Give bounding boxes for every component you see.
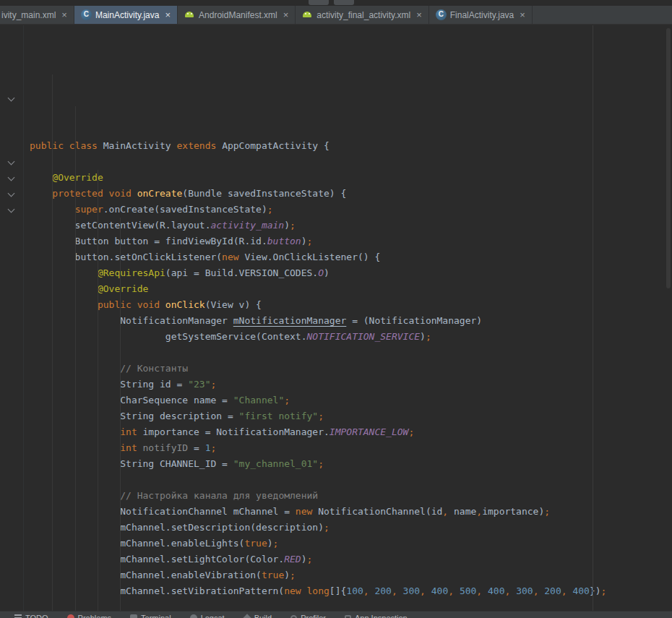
code-token: // Настройка канала для уведомлений: [120, 490, 318, 501]
code-token: [30, 267, 98, 278]
tool-window-button-profiler[interactable]: Profiler: [290, 614, 326, 618]
code-token: NOTIFICATION_SERVICE: [307, 331, 421, 342]
tool-window-bar: TODO Problems Terminal Logcat Build Prof…: [0, 611, 672, 618]
code-token: AppCompatActivity {: [222, 140, 329, 151]
code-token: ;: [284, 395, 290, 405]
tab-androidmanifest-xml[interactable]: AndroidManifest.xml ×: [178, 6, 296, 24]
tool-window-button-terminal[interactable]: Terminal: [130, 614, 171, 618]
code-token: true: [262, 570, 284, 580]
indent-guide: [75, 106, 76, 612]
code-line[interactable]: mChannel.setDescription(description);: [30, 520, 672, 536]
code-token: notifyID: [143, 442, 189, 453]
code-token: ,: [533, 585, 545, 596]
toolbar-widget[interactable]: [334, 0, 354, 5]
code-token: 200: [544, 585, 561, 596]
build-icon: [243, 614, 251, 618]
tab-close-icon[interactable]: ×: [165, 10, 171, 20]
code-token: activity_main: [210, 220, 284, 231]
code-line[interactable]: super.onCreate(savedInstanceState);: [30, 202, 672, 218]
fold-marker-icon[interactable]: [8, 174, 15, 181]
fold-marker-icon[interactable]: [8, 206, 15, 213]
code-token: RED: [284, 554, 301, 565]
code-token: @RequiresApi: [98, 267, 165, 278]
code-token: ,: [476, 506, 482, 517]
toolbar-widget[interactable]: [309, 0, 329, 5]
tool-window-label: Build: [254, 614, 272, 618]
android-file-icon: [302, 9, 313, 20]
code-line[interactable]: mChannel.setLightColor(Color.RED);: [30, 552, 672, 567]
code-line[interactable]: @Override: [30, 170, 672, 186]
code-line[interactable]: NotificationChannel mChannel = new Notif…: [30, 504, 672, 520]
code-token: @Override: [98, 283, 148, 294]
code-line[interactable]: protected void onCreate(Bundle savedInst…: [30, 186, 672, 202]
code-token: =: [188, 442, 204, 453]
code-line[interactable]: int importance = NotificationManager.IMP…: [30, 424, 672, 440]
tab-label: ivity_main.xml: [1, 10, 56, 20]
code-line[interactable]: CharSequence name = "Channel";: [30, 392, 672, 408]
code-token: ): [324, 267, 329, 278]
code-token: ,: [420, 585, 431, 596]
code-token: 100: [346, 585, 363, 596]
tab-close-icon[interactable]: ×: [416, 10, 422, 20]
code-area[interactable]: public class MainActivity extends AppCom…: [24, 25, 672, 618]
code-token: 300: [516, 585, 533, 596]
tab-activity-main-xml[interactable]: ivity_main.xml ×: [0, 6, 74, 24]
scrollbar-thumb[interactable]: [666, 28, 671, 288]
code-line[interactable]: NotificationManager mNotificationManager…: [30, 313, 672, 329]
tab-close-icon[interactable]: ×: [283, 10, 289, 20]
code-line[interactable]: mChannel.enableVibration(true);: [30, 567, 672, 583]
code-line[interactable]: @Override: [30, 281, 672, 297]
tool-window-label: TODO: [25, 614, 48, 618]
code-token: ;: [318, 411, 324, 421]
code-token: name: [448, 506, 476, 517]
code-line[interactable]: String description = "first notify";: [30, 408, 672, 424]
code-line[interactable]: [30, 345, 672, 361]
tool-window-button-build[interactable]: Build: [244, 614, 272, 618]
code-line[interactable]: @RequiresApi(api = Build.VERSION_CODES.O…: [30, 265, 672, 281]
tab-label: FinalActivity.java: [450, 10, 514, 20]
code-line[interactable]: Button button = findViewById(R.id.button…: [30, 233, 672, 249]
code-token: 500: [460, 585, 476, 596]
code-line[interactable]: [30, 154, 672, 170]
code-line[interactable]: // Настройка канала для уведомлений: [30, 488, 672, 504]
code-token: ;: [324, 522, 329, 533]
code-line[interactable]: // Константы: [30, 361, 672, 377]
code-token: IMPORTANCE_LOW: [329, 426, 409, 437]
right-margin-guide: [593, 25, 593, 618]
fold-marker-icon[interactable]: [8, 158, 15, 166]
indent-guide: [98, 170, 98, 612]
tool-window-button-logcat[interactable]: Logcat: [190, 614, 225, 618]
code-editor[interactable]: public class MainActivity extends AppCom…: [0, 25, 672, 618]
code-line[interactable]: [30, 472, 672, 488]
tab-activity-final-activity-xml[interactable]: activity_final_activity.xml ×: [296, 6, 428, 24]
code-token: (api = Build.VERSION_CODES.: [165, 267, 318, 278]
fold-marker-icon[interactable]: [8, 190, 15, 197]
code-token: .onCreate(savedInstanceState): [103, 204, 267, 215]
code-line[interactable]: public void onClick(View v) {: [30, 297, 672, 313]
code-token: extends: [177, 140, 223, 151]
tool-window-button-problems[interactable]: Problems: [67, 614, 111, 618]
tab-close-icon[interactable]: ×: [61, 10, 67, 20]
code-line[interactable]: public class MainActivity extends AppCom…: [30, 138, 672, 154]
code-token: true: [244, 538, 267, 549]
code-token: mChannel.setLightColor(Color.: [30, 554, 284, 565]
code-line[interactable]: getSystemService(Context.NOTIFICATION_SE…: [30, 329, 672, 345]
code-line[interactable]: String id = "23";: [30, 377, 672, 392]
fold-marker-icon[interactable]: [8, 95, 15, 102]
tab-mainactivity-java[interactable]: MainActivity.java ×: [74, 6, 178, 24]
tab-finalactivity-java[interactable]: FinalActivity.java ×: [429, 6, 533, 24]
code-line[interactable]: mChannel.setVibrationPattern(new long[]{…: [30, 583, 672, 599]
code-line[interactable]: String CHANNEL_ID = "my_channel_01";: [30, 456, 672, 472]
indent-guide: [52, 74, 53, 612]
code-token: [30, 299, 98, 310]
code-line[interactable]: setContentView(R.layout.activity_main);: [30, 218, 672, 233]
code-line[interactable]: int notifyID = 1;: [30, 440, 672, 456]
code-line[interactable]: button.setOnClickListener(new View.OnCli…: [30, 249, 672, 265]
tool-window-button-todo[interactable]: TODO: [14, 614, 48, 618]
tab-close-icon[interactable]: ×: [520, 10, 525, 20]
code-token: ;: [426, 331, 431, 342]
editor-scrollbar[interactable]: [665, 25, 672, 618]
tool-window-button-app-inspection[interactable]: App Inspection: [345, 614, 408, 618]
logcat-icon: [190, 614, 197, 618]
code-line[interactable]: mChannel.enableLights(true);: [30, 536, 672, 552]
